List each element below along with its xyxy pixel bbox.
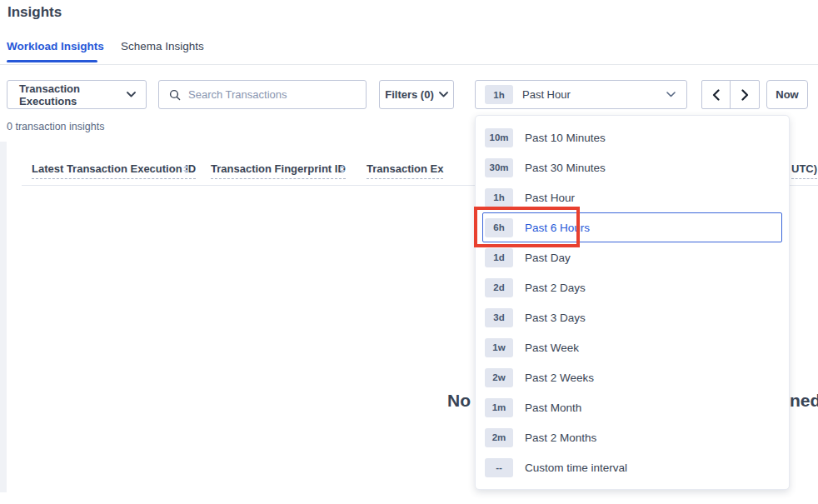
menu-item-past-2-months[interactable]: 2m Past 2 Months — [482, 422, 782, 452]
column-header-transaction-execution-partial[interactable]: Transaction Ex — [367, 162, 443, 179]
interval-label: Past 6 Hours — [525, 222, 590, 234]
now-button-label: Now — [776, 88, 798, 101]
sort-icon[interactable] — [183, 165, 188, 173]
menu-item-past-week[interactable]: 1w Past Week — [482, 332, 782, 362]
interval-label: Past 2 Months — [525, 432, 596, 444]
interval-badge: 1h — [485, 188, 513, 207]
column-header-latest-transaction-execution-id[interactable]: Latest Transaction Execution ID — [32, 162, 196, 179]
insights-count: 0 transaction insights — [7, 121, 104, 132]
filters-button[interactable]: Filters (0) — [379, 80, 454, 109]
time-range-label: Past Hour — [522, 88, 571, 101]
menu-item-past-month[interactable]: 1m Past Month — [482, 392, 782, 422]
page-title: Insights — [7, 4, 62, 21]
chevron-down-icon — [439, 92, 448, 97]
active-tab-underline — [7, 60, 97, 62]
empty-state-text-fragment: ned. — [790, 391, 818, 411]
interval-badge: 1w — [485, 338, 513, 357]
column-header-transaction-fingerprint-id[interactable]: Transaction Fingerprint ID — [211, 162, 346, 179]
menu-item-past-day[interactable]: 1d Past Day — [482, 242, 782, 272]
next-interval-button[interactable] — [731, 81, 759, 108]
search-box[interactable] — [158, 80, 367, 109]
time-range-arrows — [701, 80, 760, 109]
sort-icon[interactable] — [340, 165, 345, 173]
interval-label: Past 10 Minutes — [525, 132, 606, 144]
tab-bar-divider — [0, 64, 818, 65]
interval-badge: 2w — [485, 368, 513, 387]
interval-label: Past 30 Minutes — [525, 162, 606, 174]
menu-item-past-hour[interactable]: 1h Past Hour — [482, 182, 782, 212]
search-input[interactable] — [188, 88, 347, 101]
interval-badge: 1m — [485, 398, 513, 417]
interval-badge: 3d — [485, 308, 513, 327]
interval-label: Past Month — [525, 402, 581, 414]
entity-select-label: Transaction Executions — [19, 82, 127, 107]
time-range-picker[interactable]: 1h Past Hour — [475, 80, 687, 109]
menu-item-past-3-days[interactable]: 3d Past 3 Days — [482, 302, 782, 332]
time-range-badge: 1h — [485, 85, 513, 104]
interval-badge: 6h — [485, 218, 513, 237]
interval-badge: 1d — [485, 248, 513, 267]
interval-badge: 30m — [485, 158, 513, 177]
menu-item-past-2-days[interactable]: 2d Past 2 Days — [482, 272, 782, 302]
tab-schema-insights[interactable]: Schema Insights — [121, 40, 204, 52]
interval-badge: 2d — [485, 278, 513, 297]
entity-select-dropdown[interactable]: Transaction Executions — [7, 80, 147, 109]
column-header-start-time-utc-partial[interactable]: UTC) — [791, 162, 817, 179]
interval-label: Custom time interval — [525, 462, 627, 474]
filters-label: Filters (0) — [385, 88, 434, 101]
now-button[interactable]: Now — [766, 80, 808, 109]
tab-workload-insights[interactable]: Workload Insights — [7, 40, 104, 52]
interval-label: Past 2 Weeks — [525, 372, 594, 384]
menu-item-custom-time-interval[interactable]: -- Custom time interval — [482, 452, 782, 482]
time-range-dropdown-menu: 10m Past 10 Minutes 30m Past 30 Minutes … — [475, 115, 790, 490]
interval-label: Past Week — [525, 342, 579, 354]
interval-badge: -- — [485, 458, 513, 477]
interval-badge: 2m — [485, 428, 513, 447]
menu-item-past-6-hours[interactable]: 6h Past 6 Hours — [482, 212, 782, 242]
chevron-down-icon — [666, 92, 676, 97]
insights-page: Insights Workload Insights Schema Insigh… — [0, 0, 818, 504]
menu-item-past-30-minutes[interactable]: 30m Past 30 Minutes — [482, 152, 782, 182]
search-icon — [169, 89, 181, 101]
interval-badge: 10m — [485, 128, 513, 147]
menu-item-past-2-weeks[interactable]: 2w Past 2 Weeks — [482, 362, 782, 392]
interval-label: Past Hour — [525, 192, 575, 204]
chevron-down-icon — [127, 92, 136, 97]
interval-label: Past 3 Days — [525, 312, 586, 324]
interval-label: Past 2 Days — [525, 282, 586, 294]
menu-item-past-10-minutes[interactable]: 10m Past 10 Minutes — [482, 122, 782, 152]
interval-label: Past Day — [525, 252, 571, 264]
previous-interval-button[interactable] — [702, 81, 731, 108]
page-gutter — [0, 142, 7, 492]
